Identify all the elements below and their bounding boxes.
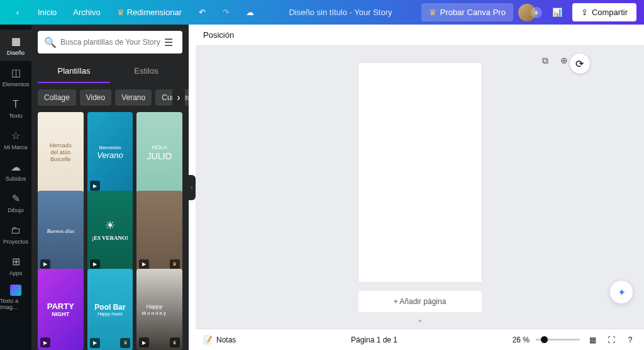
chart-icon: 📊 [552, 8, 562, 17]
play-icon: ▶ [139, 337, 149, 347]
chip-collage[interactable]: Collage [38, 89, 76, 106]
canvas-page[interactable] [358, 63, 482, 282]
sparkle-icon: ✦ [618, 286, 626, 298]
zoom-slider[interactable] [536, 339, 580, 341]
grid-view-button[interactable]: ▦ [586, 334, 599, 346]
rail-brand[interactable]: ☆ Mi Marca [0, 124, 31, 155]
grid-icon: ▦ [589, 336, 596, 344]
add-page-button[interactable]: ⊕ [557, 54, 571, 67]
template-card[interactable]: HappyMonday ▶ ♛ [136, 269, 182, 350]
chip-video[interactable]: Video [80, 89, 111, 106]
rail-uploads[interactable]: ☁ Subidos [0, 155, 31, 187]
analytics-button[interactable]: 📊 [547, 3, 567, 23]
templates-panel: 🔍 ☰ Plantillas Estilos Collage Video Ver… [31, 25, 189, 350]
rail-draw[interactable]: ✎ Dibujo [0, 187, 31, 218]
notes-button[interactable]: 📝 Notas [203, 336, 236, 344]
rail-text-label: Texto [9, 113, 23, 119]
chevron-left-icon: ‹ [16, 8, 19, 17]
play-icon: ▶ [90, 181, 100, 191]
document-title[interactable]: Diseño sin título - Your Story [289, 8, 392, 17]
template-card[interactable]: Mercadodel atúnBorcelle [38, 112, 84, 193]
template-card[interactable]: Buenos días ▶ [38, 191, 84, 272]
search-input[interactable] [60, 38, 161, 47]
page-indicator[interactable]: Página 1 de 1 [351, 336, 397, 344]
rail-projects-label: Proyectos [3, 239, 28, 245]
template-card[interactable]: BienvenidoVerano ▶ [87, 112, 133, 193]
notes-label: Notas [216, 336, 236, 344]
play-icon: ▶ [90, 259, 100, 269]
try-pro-button[interactable]: ♛ Probar Canva Pro [421, 3, 513, 21]
add-page-bar[interactable]: + Añadir página [358, 291, 482, 312]
template-card[interactable]: HOLAJULIO [136, 112, 182, 193]
share-icon: ⇪ [581, 8, 588, 17]
rail-text-to-image[interactable]: Texto a Imag... [0, 281, 31, 313]
canvas-viewport[interactable]: ⧉ ⊕ ⟳ + Añadir página ⌃ ✦ [196, 46, 644, 329]
chevron-left-icon: ‹ [191, 184, 192, 191]
chevron-right-icon: › [177, 92, 180, 103]
top-toolbar: ‹ Inicio Archivo ♛ Redimensionar ↶ ↷ ☁ D… [0, 0, 644, 25]
play-icon: ▶ [40, 337, 50, 347]
fullscreen-button[interactable]: ⛶ [605, 334, 618, 346]
category-chips: Collage Video Verano Cumpleaños › [31, 83, 189, 112]
rail-text-to-image-label: Texto a Imag... [0, 298, 31, 310]
play-icon: ▶ [90, 338, 100, 348]
cloud-sync-button[interactable]: ☁ [240, 3, 260, 23]
panel-collapse-handle[interactable]: ‹ [188, 175, 196, 200]
elements-icon: ◫ [9, 67, 22, 79]
home-button[interactable]: Inicio [31, 4, 63, 21]
ai-assistant-button[interactable]: ✦ [610, 281, 633, 303]
regenerate-button[interactable]: ⟳ [570, 54, 590, 74]
cloud-icon: ☁ [246, 8, 254, 17]
file-menu[interactable]: Archivo [67, 4, 106, 21]
chip-verano[interactable]: Verano [115, 89, 152, 106]
add-page-label: + Añadir página [394, 297, 447, 306]
tab-templates[interactable]: Plantillas [38, 60, 110, 83]
left-rail: ▦ Diseño ◫ Elementos T Texto ☆ Mi Marca … [0, 25, 31, 350]
crown-icon: ♛ [170, 337, 180, 347]
filter-button[interactable]: ☰ [161, 37, 176, 48]
text-to-image-icon [10, 285, 21, 296]
sliders-icon: ☰ [164, 37, 173, 48]
rail-apps[interactable]: ⊞ Apps [0, 250, 31, 281]
undo-button[interactable]: ↶ [192, 3, 212, 23]
rail-text[interactable]: T Texto [0, 93, 31, 124]
play-icon: ▶ [139, 259, 149, 269]
tab-styles-label: Estilos [134, 66, 158, 76]
templates-grid: Mercadodel atúnBorcelle BienvenidoVerano… [31, 112, 189, 350]
tab-styles[interactable]: Estilos [110, 60, 182, 83]
search-row: 🔍 ☰ [31, 25, 189, 60]
pages-drawer-toggle[interactable]: ⌃ [417, 319, 423, 327]
crown-icon: ♛ [120, 338, 130, 348]
chips-scroll-right[interactable]: › [172, 89, 185, 106]
template-card[interactable]: ▶ ♛ [136, 191, 182, 272]
rail-design[interactable]: ▦ Diseño [0, 30, 31, 61]
add-member-button[interactable]: + [531, 7, 542, 18]
zoom-thumb[interactable] [541, 336, 548, 343]
bottom-center: Página 1 de 1 [236, 336, 512, 344]
help-button[interactable]: ? [624, 334, 636, 346]
template-card[interactable]: ☀ ¡ES VERANO! ▶ [87, 191, 133, 272]
home-label: Inicio [38, 8, 57, 17]
position-button[interactable]: Posición [203, 30, 234, 40]
fullscreen-icon: ⛶ [608, 336, 615, 344]
rail-elements[interactable]: ◫ Elementos [0, 61, 31, 93]
tab-templates-label: Plantillas [57, 66, 90, 76]
template-card[interactable]: Pool BarHappy hours ▶ ♛ [87, 269, 133, 350]
redo-button[interactable]: ↷ [216, 3, 236, 23]
rail-design-label: Diseño [7, 50, 25, 56]
back-button[interactable]: ‹ [8, 3, 28, 23]
notes-icon: 📝 [203, 336, 213, 344]
duplicate-icon: ⧉ [542, 55, 548, 66]
rail-projects[interactable]: 🗀 Proyectos [0, 218, 31, 250]
top-left-group: ‹ Inicio Archivo ♛ Redimensionar ↶ ↷ ☁ [8, 3, 260, 23]
template-card[interactable]: PARTYNIGHT ▶ [38, 269, 84, 350]
duplicate-page-button[interactable]: ⧉ [538, 54, 552, 67]
rail-elements-label: Elementos [3, 81, 30, 88]
main-area: ▦ Diseño ◫ Elementos T Texto ☆ Mi Marca … [0, 25, 644, 350]
share-button[interactable]: ⇪ Compartir [572, 3, 636, 21]
page-controls: ⧉ ⊕ [538, 54, 571, 67]
bottom-bar: 📝 Notas Página 1 de 1 26 % ▦ ⛶ ? [196, 329, 644, 350]
zoom-value[interactable]: 26 % [513, 336, 530, 344]
top-right-group: ♛ Probar Canva Pro + 📊 ⇪ Compartir [421, 3, 636, 23]
resize-button[interactable]: ♛ Redimensionar [111, 4, 188, 21]
